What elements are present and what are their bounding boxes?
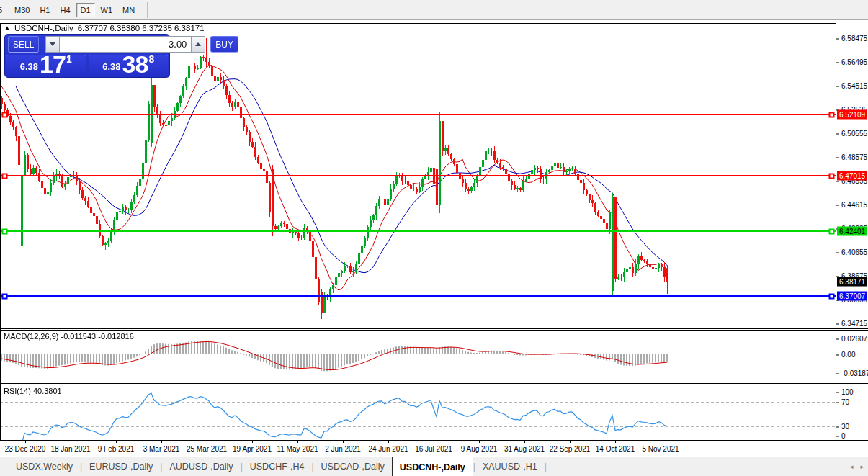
date-label: 31 Aug 2021 — [504, 445, 545, 453]
buy-price-big-digits: 38 — [122, 53, 148, 75]
timeframe-button-h4[interactable]: H4 — [55, 3, 74, 17]
pane-separator — [836, 383, 868, 384]
price-tick-label: 6.34715 — [836, 320, 868, 328]
tabs-scroll-right-button[interactable]: ▸ — [860, 463, 864, 470]
timeframe-button-h1[interactable]: H1 — [35, 3, 54, 17]
chart-window: ▲ USDCNH-,Daily 6.37707 6.38380 6.37235 … — [0, 22, 868, 455]
buy-button[interactable]: BUY — [210, 36, 238, 53]
date-label: 19 Apr 2021 — [233, 445, 272, 453]
timeframe-button-mn[interactable]: MN — [118, 3, 139, 17]
price-tick-label: 6.50555 — [836, 130, 868, 138]
rsi-scale-label: 30 — [836, 423, 868, 431]
current-price-tag: 6.38171 — [837, 277, 867, 287]
date-label: 22 Sep 2021 — [550, 445, 591, 453]
volume-increase-button[interactable] — [191, 36, 205, 53]
chart-tab-audusd-daily[interactable]: AUDUSD-,Daily — [162, 457, 240, 476]
chart-tab-usdx-weekly[interactable]: USDX,Weekly — [9, 457, 80, 476]
one-click-trading-panel: SELL BUY 6.38171 6.38388 — [4, 34, 170, 78]
rsi-scale-label: 0 — [836, 432, 868, 440]
chart-tab-usdchf-h4[interactable]: USDCHF-,H4 — [243, 457, 312, 476]
date-label: 9 Feb 2021 — [98, 445, 135, 453]
macd-scale-label: -0.03187 — [836, 369, 868, 377]
price-tick-label: 6.44615 — [836, 201, 868, 209]
pane-separator — [836, 441, 868, 441]
timeframe-button-5[interactable]: 5 — [0, 3, 9, 17]
toolbar-separator — [147, 2, 148, 18]
chart-tab-usdcnh-daily[interactable]: USDCNH-,Daily — [392, 457, 473, 476]
pane-separator — [836, 330, 868, 331]
date-label: 24 Jun 2021 — [368, 445, 408, 453]
macd-scale-label: 0.00 — [836, 351, 868, 359]
date-label: 9 Aug 2021 — [461, 445, 498, 453]
price-chart-canvas[interactable] — [0, 22, 836, 443]
chart-tabs: USDX,Weekly|EURUSD-,Daily|AUDUSD-,Daily|… — [0, 457, 547, 476]
sell-price-pip-digit: 1 — [66, 53, 72, 65]
symbol-direction-icon: ▲ — [4, 24, 10, 31]
sell-price-display[interactable]: 6.38171 — [6, 55, 86, 76]
date-label: 2 Jun 2021 — [325, 445, 361, 453]
macd-scale-label: 0.02607 — [836, 335, 868, 343]
sell-price-prefix: 6.38 — [20, 61, 38, 72]
rsi-indicator-label: RSI(14) 40.3801 — [4, 387, 62, 395]
date-label: 18 Jan 2021 — [50, 445, 90, 453]
price-tick-label: 6.58475 — [836, 35, 868, 42]
date-label: 5 Nov 2021 — [642, 445, 679, 453]
timeframe-button-m30[interactable]: M30 — [10, 3, 34, 17]
chart-tab-xauusd-h1[interactable]: XAUUSD-,H1 — [475, 457, 545, 476]
timeframe-toolbar: 5M30H1H4D1W1MN — [0, 0, 868, 20]
rsi-scale-label: 70 — [836, 398, 868, 406]
resistance-1-price-tag: 6.52109 — [837, 110, 867, 120]
price-tick-label: 6.54515 — [836, 82, 868, 90]
mt4-terminal-window: 5M30H1H4D1W1MN ▲ USDCNH-,Daily 6.37707 6… — [0, 0, 868, 476]
buy-price-display[interactable]: 6.38388 — [89, 55, 169, 76]
rsi-scale-label: 100 — [836, 388, 868, 396]
chart-title: ▲ USDCNH-,Daily 6.37707 6.38380 6.37235 … — [4, 24, 205, 32]
date-label: 16 Jul 2021 — [415, 445, 452, 453]
chart-tab-bar: USDX,Weekly|EURUSD-,Daily|AUDUSD-,Daily|… — [0, 457, 868, 476]
price-axis[interactable]: 6.584756.564956.545156.525356.505556.485… — [836, 22, 868, 443]
date-label: 3 Mar 2021 — [143, 445, 180, 453]
date-label: 23 Dec 2020 — [5, 445, 46, 453]
chart-tab-eurusd-daily[interactable]: EURUSD-,Daily — [82, 457, 160, 476]
triangle-up-icon — [195, 42, 201, 46]
price-tick-label: 6.56495 — [836, 58, 868, 66]
support-2-price-tag: 6.37007 — [837, 291, 867, 300]
macd-indicator-label: MACD(12,26,9) -0.011543 -0.012816 — [4, 332, 134, 341]
sell-price-big-digits: 17 — [40, 53, 66, 75]
timeframe-button-w1[interactable]: W1 — [97, 3, 117, 17]
tab-separator: | — [545, 457, 547, 476]
date-label: 11 May 2021 — [277, 445, 318, 453]
time-axis[interactable]: 23 Dec 202018 Jan 20219 Feb 20213 Mar 20… — [0, 443, 836, 455]
chart-symbol-label: USDCNH-,Daily — [14, 24, 73, 32]
sell-button[interactable]: SELL — [8, 36, 39, 53]
triangle-down-icon — [50, 42, 55, 46]
resistance-2-price-tag: 6.47015 — [837, 171, 867, 181]
chart-ohlc-values: 6.37707 6.38380 6.37235 6.38171 — [78, 24, 205, 32]
pane-separator — [836, 328, 868, 329]
tab-navigation: ◂ ▸ — [850, 457, 864, 476]
price-tick-label: 6.48575 — [836, 153, 868, 161]
date-label: 14 Oct 2021 — [596, 445, 635, 453]
buy-price-prefix: 6.38 — [102, 61, 120, 72]
support-1-price-tag: 6.42401 — [837, 226, 867, 235]
buy-price-pip-digit: 8 — [148, 53, 154, 65]
tabs-scroll-left-button[interactable]: ◂ — [850, 463, 854, 470]
price-tick-label: 6.40655 — [836, 248, 868, 256]
pane-separator — [836, 385, 868, 385]
timeframe-button-d1[interactable]: D1 — [76, 3, 95, 17]
chart-tab-usdcad-daily[interactable]: USDCAD-,Daily — [314, 457, 392, 476]
date-label: 25 Mar 2021 — [187, 445, 227, 453]
